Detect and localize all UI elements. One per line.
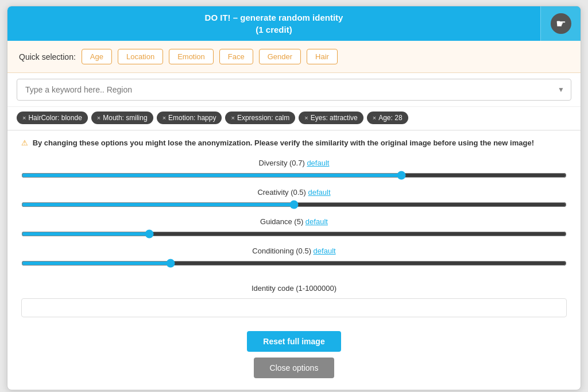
generate-label-line2: (1 credit) bbox=[256, 25, 292, 34]
identity-label: Identity code (1-1000000) bbox=[21, 284, 567, 293]
slider-guidance-input[interactable] bbox=[21, 229, 567, 239]
generate-label-line1: DO IT! – generate random identity bbox=[205, 13, 343, 22]
sliders-section: Diversity (0.7) default Creativity (0.5)… bbox=[7, 149, 581, 278]
quick-btn-emotion[interactable]: Emotion bbox=[169, 49, 214, 64]
slider-guidance: Guidance (5) default bbox=[21, 217, 567, 241]
close-options-button[interactable]: Close options bbox=[254, 358, 335, 378]
tag-x-icon: × bbox=[304, 114, 308, 121]
search-bar-row: ▼ bbox=[7, 73, 581, 107]
slider-creativity-label: Creativity (0.5) default bbox=[21, 188, 567, 197]
warning-strong: By changing these options you might lose… bbox=[33, 139, 534, 147]
tag-mouth[interactable]: × Mouth: smiling bbox=[91, 112, 153, 124]
slider-creativity-default[interactable]: default bbox=[308, 188, 331, 197]
quick-selection-label: Quick selection: bbox=[19, 52, 76, 62]
tag-eyes[interactable]: × Eyes: attractive bbox=[299, 112, 363, 124]
slider-conditioning-default[interactable]: default bbox=[314, 247, 336, 255]
warning-bar: ⚠ By changing these options you might lo… bbox=[7, 130, 581, 149]
tags-row: × HairColor: blonde × Mouth: smiling × E… bbox=[7, 107, 581, 130]
slider-conditioning-label: Conditioning (0.5) default bbox=[21, 247, 567, 255]
tag-label: HairColor: blonde bbox=[28, 114, 82, 122]
slider-diversity-default[interactable]: default bbox=[307, 159, 329, 167]
slider-guidance-default[interactable]: default bbox=[305, 217, 328, 226]
tag-x-icon: × bbox=[97, 114, 100, 121]
quick-btn-face[interactable]: Face bbox=[219, 49, 253, 64]
reset-button[interactable]: Reset full image bbox=[247, 331, 341, 352]
search-wrapper: ▼ bbox=[17, 79, 571, 101]
quick-selection-bar: Quick selection: Age Location Emotion Fa… bbox=[7, 41, 581, 73]
slider-diversity: Diversity (0.7) default bbox=[21, 159, 567, 182]
identity-section: Identity code (1-1000000) bbox=[7, 278, 581, 323]
identity-input[interactable] bbox=[21, 298, 567, 317]
tag-label: Eyes: attractive bbox=[311, 114, 358, 122]
slider-creativity-input[interactable] bbox=[21, 200, 567, 209]
header-bar: DO IT! – generate random identity (1 cre… bbox=[7, 6, 581, 41]
tag-emotion[interactable]: × Emotion: happy bbox=[157, 112, 222, 124]
tag-x-icon: × bbox=[373, 114, 376, 121]
tag-expression[interactable]: × Expression: calm bbox=[225, 112, 295, 124]
tag-x-icon: × bbox=[22, 114, 26, 121]
app-container: DO IT! – generate random identity (1 cre… bbox=[7, 6, 581, 390]
quick-btn-gender[interactable]: Gender bbox=[259, 49, 301, 64]
slider-conditioning: Conditioning (0.5) default bbox=[21, 247, 567, 270]
buttons-row: Reset full image Close options bbox=[7, 323, 581, 390]
warning-text: ⚠ By changing these options you might lo… bbox=[21, 139, 534, 147]
avatar-icon: ☛ bbox=[551, 13, 571, 34]
tag-label: Emotion: happy bbox=[168, 114, 216, 122]
quick-btn-hair[interactable]: Hair bbox=[307, 49, 338, 64]
search-input[interactable] bbox=[17, 79, 571, 101]
avatar-button[interactable]: ☛ bbox=[540, 6, 581, 41]
tag-label: Expression: calm bbox=[237, 114, 289, 122]
slider-guidance-label: Guidance (5) default bbox=[21, 217, 567, 226]
tag-label: Mouth: smiling bbox=[103, 114, 147, 122]
slider-creativity: Creativity (0.5) default bbox=[21, 188, 567, 212]
tag-age[interactable]: × Age: 28 bbox=[367, 112, 408, 124]
slider-diversity-label: Diversity (0.7) default bbox=[21, 159, 567, 167]
warning-icon: ⚠ bbox=[21, 139, 28, 147]
slider-diversity-input[interactable] bbox=[21, 171, 567, 180]
quick-btn-location[interactable]: Location bbox=[118, 49, 163, 64]
generate-button[interactable]: DO IT! – generate random identity (1 cre… bbox=[7, 6, 540, 41]
tag-x-icon: × bbox=[231, 114, 234, 121]
slider-conditioning-input[interactable] bbox=[21, 259, 567, 268]
tag-label: Age: 28 bbox=[378, 114, 402, 122]
tag-x-icon: × bbox=[163, 114, 166, 121]
tag-haircolor[interactable]: × HairColor: blonde bbox=[17, 112, 88, 124]
quick-btn-age[interactable]: Age bbox=[82, 49, 112, 64]
